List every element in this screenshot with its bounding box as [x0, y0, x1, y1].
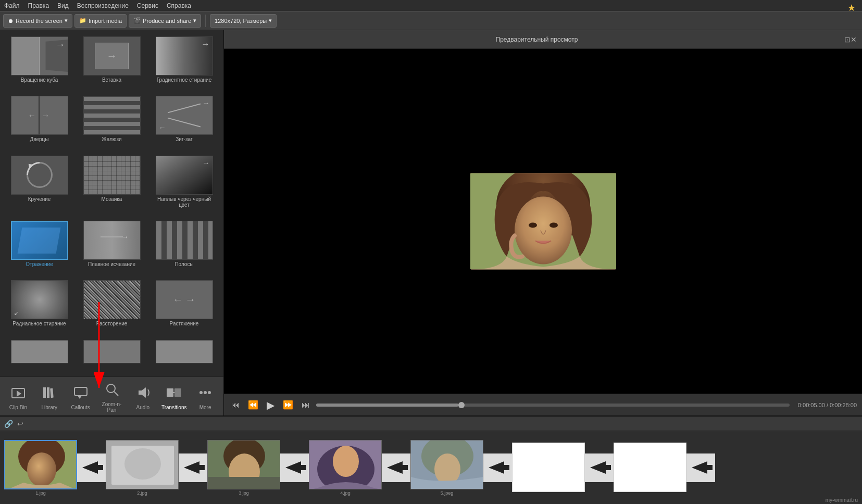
menu-playback[interactable]: Воспроизведение	[77, 2, 129, 9]
res-dropdown-icon: ▾	[269, 17, 272, 24]
trans-label-noise: Рассторение	[96, 321, 128, 326]
woman-photo	[470, 173, 616, 270]
trans-thumb-gradient: →	[156, 36, 213, 75]
timeline-arrow-3[interactable]	[280, 453, 309, 482]
play-button[interactable]: ▶	[265, 397, 277, 413]
track-thumb-photo1	[4, 440, 77, 489]
track-thumb-photo3	[207, 440, 280, 489]
transition-insert[interactable]: → Вставка	[77, 34, 147, 92]
tab-callouts[interactable]: Callouts	[68, 383, 94, 410]
transition-noise[interactable]: Рассторение	[77, 278, 147, 335]
transition-blinds[interactable]: Жалюзи	[77, 94, 147, 151]
track-thumb-blank1	[512, 443, 585, 492]
timeline-arrow-7[interactable]	[686, 453, 715, 482]
timeline-tool-magnet[interactable]: 🔗	[4, 420, 13, 428]
resolution-dropdown[interactable]: 1280x720, Размеры ▾	[210, 14, 277, 28]
menu-edit[interactable]: Правка	[28, 2, 49, 9]
transition-slide3[interactable]	[149, 338, 219, 372]
transition-fade[interactable]: → Плавное исчезание	[77, 219, 147, 276]
skip-back-button[interactable]: ⏮	[229, 398, 242, 412]
svg-point-27	[124, 448, 161, 480]
transition-spin[interactable]: Кручение	[4, 154, 74, 217]
timeline-arrow-1[interactable]	[77, 453, 106, 482]
toolbar: ⏺ Record the screen ▾ 📁 Import media 🎬 P…	[0, 11, 862, 30]
menu-help[interactable]: Справка	[167, 2, 191, 9]
preview-canvas	[224, 49, 862, 394]
tab-transitions[interactable]: Transitions	[161, 383, 187, 410]
import-button[interactable]: 📁 Import media	[74, 14, 127, 28]
trans-thumb-slide2	[83, 340, 141, 363]
preview-restore-button[interactable]: ⊡	[844, 35, 851, 44]
trans-label-gradient: Градиентное стирание	[157, 77, 211, 83]
transition-slide1[interactable]	[4, 338, 74, 372]
transitions-grid: → Вращение куба → Вставка	[0, 30, 223, 376]
svg-rect-2	[43, 387, 46, 398]
produce-button[interactable]: 🎬 Produce and share ▾	[129, 14, 201, 28]
transition-zigzag[interactable]: → ← Зиг-заг	[149, 94, 219, 151]
svg-point-17	[515, 197, 572, 264]
preview-title: Предварительный просмотр	[229, 36, 844, 43]
timeline-item-blank1[interactable]	[512, 443, 585, 493]
timeline-tool-undo[interactable]: ↩	[17, 420, 23, 428]
menu-view[interactable]: Вид	[57, 2, 69, 9]
trans-thumb-cube: →	[11, 36, 68, 75]
svg-rect-5	[74, 387, 87, 396]
transition-doors[interactable]: ← → Дверцы	[4, 94, 74, 151]
transition-cube[interactable]: → Вращение куба	[4, 34, 74, 92]
timeline-tools: 🔗 ↩	[0, 417, 862, 431]
tab-zoom-n-pan[interactable]: Zoom-n-Pan	[99, 380, 125, 413]
trans-thumb-insert: →	[83, 36, 141, 75]
transition-gradient[interactable]: → Градиентное стирание	[149, 34, 219, 92]
toolbar-separator	[205, 15, 206, 27]
track-label-photo5: 5.jpeg	[441, 490, 454, 496]
timeline-arrow-5[interactable]	[483, 453, 512, 482]
timeline-item-photo4[interactable]: 4.jpg	[309, 440, 382, 496]
track-label-photo3: 3.jpg	[239, 490, 249, 496]
time-display: 0:00:05.00 / 0:00:28:00	[798, 402, 857, 408]
tab-audio[interactable]: Audio	[130, 383, 156, 410]
preview-controls: ⏮ ⏪ ▶ ⏩ ⏭ 0:00:05.00 / 0:00:28:00	[224, 394, 862, 415]
timeline-arrow-2[interactable]	[179, 453, 207, 482]
tab-library[interactable]: Library	[36, 383, 63, 410]
fast-forward-button[interactable]: ⏩	[281, 398, 295, 412]
transition-mosaic[interactable]: Мозаика	[77, 154, 147, 217]
timeline-item-photo3[interactable]: 3.jpg	[207, 440, 280, 496]
menu-file[interactable]: Файл	[4, 2, 20, 9]
record-icon: ⏺	[8, 18, 14, 24]
timeline-arrow-6[interactable]	[585, 453, 614, 482]
record-button[interactable]: ⏺ Record the screen ▾	[3, 14, 72, 28]
trans-label-black: Наплыв через черный цвет	[156, 196, 213, 208]
trans-thumb-radial: ↙	[11, 280, 68, 319]
preview-close-button[interactable]: ✕	[851, 35, 857, 44]
tab-audio-label: Audio	[136, 405, 150, 410]
main-layout: → Вращение куба → Вставка	[0, 30, 862, 415]
svg-point-22	[27, 452, 56, 487]
skip-forward-button[interactable]: ⏭	[299, 398, 312, 412]
transition-black[interactable]: → Наплыв через черный цвет	[149, 154, 219, 217]
tab-more[interactable]: More	[192, 383, 218, 410]
trans-thumb-black: →	[156, 156, 213, 195]
timeline-arrow-4[interactable]	[382, 453, 410, 482]
menu-service[interactable]: Сервис	[137, 2, 158, 9]
transition-radial[interactable]: ↙ Радиальное стирание	[4, 278, 74, 335]
rewind-button[interactable]: ⏪	[246, 398, 260, 412]
transition-stretch[interactable]: ← → Растяжение	[149, 278, 219, 335]
transition-slide2[interactable]	[77, 338, 147, 372]
timeline-area: 🔗 ↩ 1.jpg	[0, 415, 862, 504]
trans-thumb-spin	[11, 156, 68, 195]
zoom-n-pan-icon	[102, 380, 122, 399]
tab-clip-bin[interactable]: Clip Bin	[5, 383, 31, 410]
library-icon	[40, 383, 59, 402]
progress-bar[interactable]	[316, 404, 790, 407]
timeline-item-photo1[interactable]: 1.jpg	[4, 440, 77, 496]
timeline-item-photo5[interactable]: 5.jpeg	[410, 440, 483, 496]
audio-icon	[133, 383, 153, 402]
transition-stripes[interactable]: Полосы	[149, 219, 219, 276]
trans-thumb-stretch: ← →	[156, 280, 213, 319]
preview-image	[470, 173, 616, 270]
timeline-item-photo2[interactable]: 2.jpg	[106, 440, 179, 496]
transition-reflect[interactable]: Отражение	[4, 219, 74, 276]
timeline-item-blank2[interactable]	[614, 443, 686, 493]
dropdown-arrow2-icon: ▾	[193, 17, 196, 24]
clip-bin-icon	[8, 383, 28, 402]
